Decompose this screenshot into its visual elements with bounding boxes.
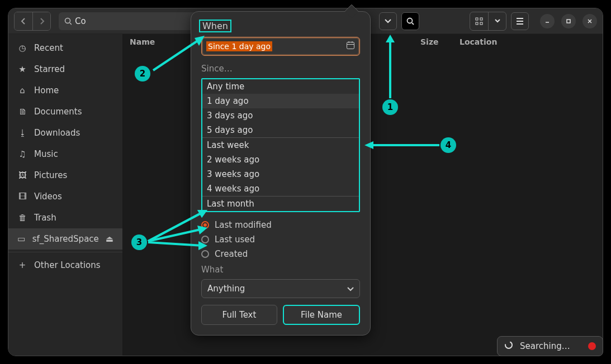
what-label: What	[201, 265, 360, 275]
radio-icon	[201, 250, 209, 258]
what-value: Anything	[207, 284, 245, 294]
sidebar-item-label: Starred	[34, 64, 65, 74]
svg-rect-3	[480, 18, 482, 20]
sidebar-item-label: Downloads	[34, 128, 80, 138]
clock-icon: ◷	[17, 43, 27, 53]
svg-marker-9	[386, 35, 395, 42]
since-option-3-weeks[interactable]: 3 weeks ago	[202, 167, 359, 181]
chevron-down-icon	[495, 19, 500, 23]
calendar-icon[interactable]	[346, 41, 355, 52]
radio-created[interactable]: Created	[201, 249, 360, 259]
sidebar-item-label: Music	[34, 149, 58, 159]
nav-buttons	[14, 12, 51, 31]
sidebar-item-shared-space[interactable]: ▭sf_SharedSpace⏏	[8, 228, 122, 250]
since-options-list: Any time 1 day ago 3 days ago 5 days ago…	[201, 78, 360, 212]
svg-rect-4	[476, 22, 478, 25]
sidebar-item-home[interactable]: ⌂Home	[8, 80, 122, 101]
since-option-last-month[interactable]: Last month	[202, 197, 359, 211]
annotation-arrow-1	[383, 35, 397, 99]
record-indicator-icon	[588, 342, 596, 350]
annotation-badge-1: 1	[382, 99, 398, 115]
maximize-icon	[566, 18, 571, 24]
full-text-button[interactable]: Full Text	[201, 305, 277, 325]
sidebar-item-recent[interactable]: ◷Recent	[8, 37, 122, 59]
search-icon	[406, 17, 414, 25]
since-option-any-time[interactable]: Any time	[202, 79, 359, 94]
search-toggle-button[interactable]	[401, 12, 419, 30]
sidebar-item-documents[interactable]: 🗎Documents	[8, 101, 122, 122]
what-type-select[interactable]: Anything	[201, 279, 360, 298]
maximize-button[interactable]	[561, 14, 576, 28]
radio-last-used[interactable]: Last used	[201, 234, 360, 245]
column-size[interactable]: Size	[420, 37, 460, 46]
grid-view-button[interactable]	[470, 12, 488, 30]
sidebar-item-downloads[interactable]: ⭳Downloads	[8, 122, 122, 143]
radio-label: Last modified	[215, 220, 272, 230]
annotation-badge-3: 3	[131, 234, 147, 250]
search-filter-popover: When Since 1 day ago Since… Any time 1 d…	[191, 11, 371, 336]
view-switcher	[470, 12, 506, 31]
sidebar-item-label: Pictures	[34, 170, 67, 180]
spinner-icon	[504, 341, 513, 352]
sidebar-item-videos[interactable]: 🎞Videos	[8, 186, 122, 207]
chevron-down-icon	[385, 19, 391, 23]
status-text: Searching…	[520, 341, 570, 351]
search-scope-buttons: Full Text File Name	[201, 305, 360, 325]
sidebar-item-label: Recent	[34, 43, 63, 53]
sidebar-item-music[interactable]: ♫Music	[8, 143, 122, 165]
forward-button[interactable]	[32, 12, 50, 30]
star-icon: ★	[17, 64, 27, 74]
home-icon: ⌂	[17, 85, 27, 95]
trash-icon: 🗑	[17, 213, 27, 223]
radio-label: Created	[215, 249, 248, 259]
when-value-text: Since 1 day ago	[206, 41, 272, 51]
radio-label: Last used	[215, 234, 255, 245]
svg-rect-5	[480, 22, 482, 25]
status-bar: Searching…	[497, 336, 603, 356]
since-option-3-days[interactable]: 3 days ago	[202, 108, 359, 123]
download-icon: ⭳	[17, 128, 27, 138]
sidebar-item-label: Trash	[34, 213, 56, 223]
since-option-last-week[interactable]: Last week	[202, 138, 359, 152]
sidebar-item-label: Documents	[34, 107, 82, 117]
since-option-2-weeks[interactable]: 2 weeks ago	[202, 152, 359, 167]
svg-point-8	[505, 342, 512, 348]
hamburger-menu-button[interactable]	[511, 12, 529, 30]
document-icon: 🗎	[17, 107, 27, 117]
sidebar-item-pictures[interactable]: 🖼Pictures	[8, 165, 122, 186]
svg-marker-14	[198, 241, 207, 250]
when-label: When	[199, 20, 231, 32]
chevron-left-icon	[21, 18, 26, 25]
close-button[interactable]	[582, 14, 597, 28]
plus-icon: +	[17, 260, 27, 270]
radio-last-modified[interactable]: Last modified	[201, 220, 360, 230]
close-icon	[587, 18, 593, 24]
view-options-button[interactable]	[488, 12, 506, 30]
sidebar-item-other-locations[interactable]: +Other Locations	[8, 255, 122, 276]
since-option-1-day[interactable]: 1 day ago	[202, 94, 359, 108]
sidebar-item-label: sf_SharedSpace	[32, 234, 99, 244]
since-option-5-days[interactable]: 5 days ago	[202, 123, 359, 137]
sidebar: ◷Recent ★Starred ⌂Home 🗎Documents ⭳Downl…	[8, 34, 123, 356]
annotation-badge-2: 2	[135, 66, 150, 82]
popover-tail	[344, 4, 358, 18]
sidebar-item-starred[interactable]: ★Starred	[8, 59, 122, 80]
svg-rect-7	[347, 42, 354, 49]
drive-icon: ▭	[17, 234, 26, 244]
sidebar-item-trash[interactable]: 🗑Trash	[8, 207, 122, 228]
eject-icon[interactable]: ⏏	[106, 234, 113, 244]
minimize-button[interactable]	[540, 14, 555, 28]
since-option-4-weeks[interactable]: 4 weeks ago	[202, 181, 359, 196]
hamburger-icon	[516, 18, 524, 25]
when-value-field[interactable]: Since 1 day ago	[201, 37, 360, 56]
search-options-dropdown[interactable]	[379, 12, 397, 30]
search-icon	[64, 17, 72, 25]
back-button[interactable]	[15, 12, 32, 30]
file-name-button[interactable]: File Name	[283, 305, 360, 325]
column-location[interactable]: Location	[460, 37, 603, 46]
music-icon: ♫	[17, 149, 27, 159]
svg-point-1	[408, 18, 413, 23]
image-icon: 🖼	[17, 170, 27, 180]
annotation-badge-4: 4	[441, 137, 456, 153]
svg-rect-6	[567, 20, 570, 23]
